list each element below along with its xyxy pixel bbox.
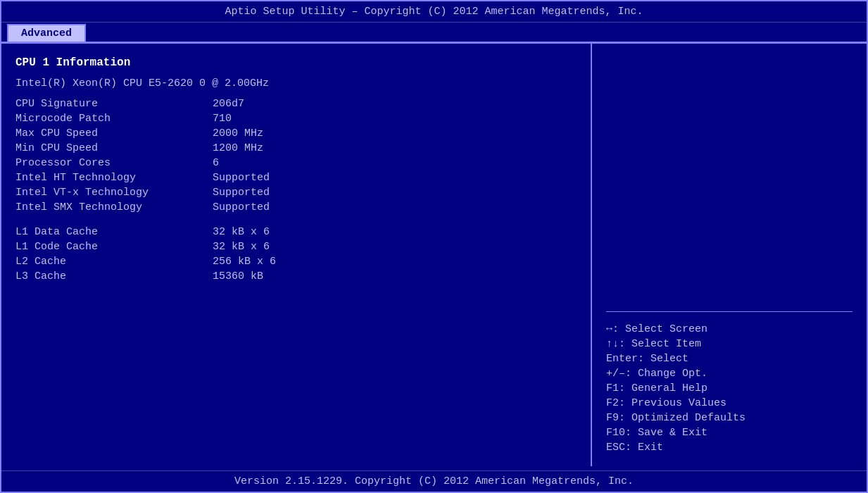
help-item: +/–: Change Opt. bbox=[606, 366, 853, 381]
row-label: Min CPU Speed bbox=[15, 141, 213, 156]
help-item: ↔: Select Screen bbox=[606, 322, 853, 337]
cpu-model: Intel(R) Xeon(R) CPU E5-2620 0 @ 2.00GHz bbox=[15, 77, 577, 89]
table-row: CPU Signature206d7 bbox=[15, 96, 577, 111]
help-item: F2: Previous Values bbox=[606, 396, 853, 411]
help-item: F1: General Help bbox=[606, 381, 853, 396]
row-value: 6 bbox=[213, 156, 577, 170]
row-label: Intel HT Technology bbox=[15, 170, 213, 185]
help-divider bbox=[606, 311, 853, 312]
row-value: 206d7 bbox=[213, 96, 577, 111]
row-label: L3 Cache bbox=[15, 269, 213, 284]
table-row: Max CPU Speed2000 MHz bbox=[15, 126, 577, 141]
title-bar: Aptio Setup Utility – Copyright (C) 2012… bbox=[1, 1, 867, 23]
right-panel: ↔: Select Screen↑↓: Select ItemEnter: Se… bbox=[592, 44, 867, 466]
table-row: Intel VT-x TechnologySupported bbox=[15, 185, 577, 200]
header-title: Aptio Setup Utility – Copyright (C) 2012… bbox=[225, 6, 643, 18]
row-value: 710 bbox=[213, 111, 577, 126]
row-label: Microcode Patch bbox=[15, 111, 213, 126]
section-title: CPU 1 Information bbox=[15, 56, 577, 69]
help-items: ↔: Select Screen↑↓: Select ItemEnter: Se… bbox=[606, 322, 853, 455]
footer: Version 2.15.1229. Copyright (C) 2012 Am… bbox=[1, 470, 867, 492]
help-item: F10: Save & Exit bbox=[606, 425, 853, 440]
help-item: ↑↓: Select Item bbox=[606, 337, 853, 351]
row-label: L1 Data Cache bbox=[15, 225, 213, 239]
row-label: Processor Cores bbox=[15, 156, 213, 170]
table-row: Microcode Patch710 bbox=[15, 111, 577, 126]
row-value: 15360 kB bbox=[213, 269, 577, 284]
row-value: 32 kB x 6 bbox=[213, 239, 577, 254]
table-row: L2 Cache256 kB x 6 bbox=[15, 254, 577, 269]
bios-frame: Aptio Setup Utility – Copyright (C) 2012… bbox=[0, 0, 868, 493]
row-value: 256 kB x 6 bbox=[213, 254, 577, 269]
row-label: L1 Code Cache bbox=[15, 239, 213, 254]
table-row: Processor Cores6 bbox=[15, 156, 577, 170]
table-row: Min CPU Speed1200 MHz bbox=[15, 141, 577, 156]
main-content: CPU 1 Information Intel(R) Xeon(R) CPU E… bbox=[1, 43, 867, 466]
row-label: CPU Signature bbox=[15, 96, 213, 111]
row-label: L2 Cache bbox=[15, 254, 213, 269]
tab-bar: Advanced bbox=[1, 23, 867, 43]
footer-text: Version 2.15.1229. Copyright (C) 2012 Am… bbox=[234, 475, 634, 487]
help-item: ESC: Exit bbox=[606, 440, 853, 455]
row-value: Supported bbox=[213, 185, 577, 200]
row-label: Max CPU Speed bbox=[15, 126, 213, 141]
table-row: L3 Cache15360 kB bbox=[15, 269, 577, 284]
table-row: L1 Code Cache32 kB x 6 bbox=[15, 239, 577, 254]
row-value: 1200 MHz bbox=[213, 141, 577, 156]
table-row: L1 Data Cache32 kB x 6 bbox=[15, 225, 577, 239]
row-value: 32 kB x 6 bbox=[213, 225, 577, 239]
info-table: CPU Signature206d7Microcode Patch710Max … bbox=[15, 96, 577, 284]
row-value: 2000 MHz bbox=[213, 126, 577, 141]
left-panel: CPU 1 Information Intel(R) Xeon(R) CPU E… bbox=[1, 44, 592, 466]
table-row: Intel SMX TechnologySupported bbox=[15, 200, 577, 215]
row-label: Intel VT-x Technology bbox=[15, 185, 213, 200]
tab-advanced[interactable]: Advanced bbox=[7, 24, 86, 42]
table-row: Intel HT TechnologySupported bbox=[15, 170, 577, 185]
row-label: Intel SMX Technology bbox=[15, 200, 213, 215]
help-item: Enter: Select bbox=[606, 351, 853, 366]
help-item: F9: Optimized Defaults bbox=[606, 411, 853, 425]
row-value: Supported bbox=[213, 170, 577, 185]
row-value: Supported bbox=[213, 200, 577, 215]
